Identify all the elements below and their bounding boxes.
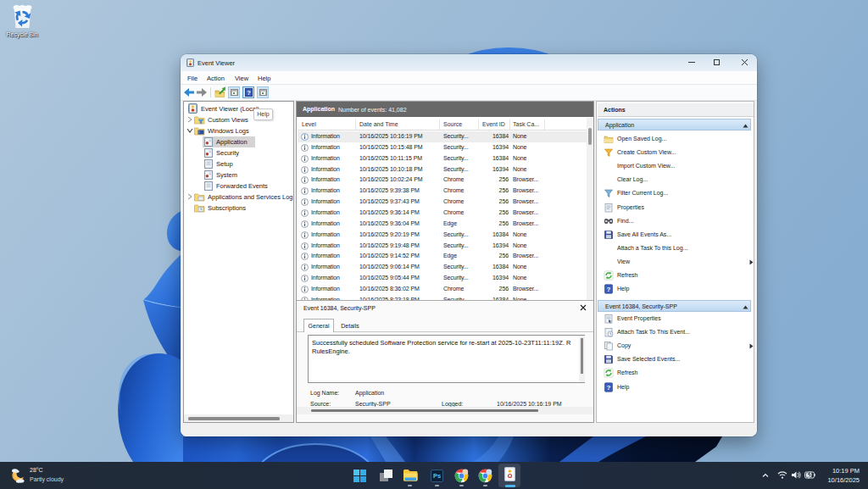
svg-text:?: ?: [607, 286, 611, 293]
svg-text:?: ?: [607, 384, 611, 392]
